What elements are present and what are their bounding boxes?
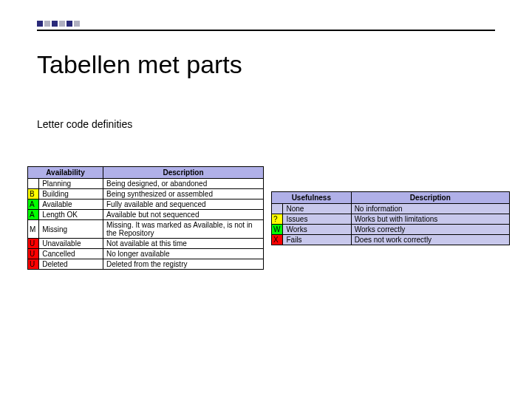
description-cell: Works correctly [351, 224, 509, 234]
availability-cell: Deleted [39, 259, 103, 270]
availability-cell: Length OK [39, 210, 103, 220]
code-cell: ? [272, 214, 283, 224]
table-row: XFailsDoes not work correctly [272, 234, 510, 245]
code-cell: W [272, 224, 283, 234]
code-cell: B [28, 189, 39, 200]
description-cell: Does not work correctly [351, 234, 509, 245]
col-header-availability: Availability [28, 167, 103, 179]
table-row: UUnavailableNot available at this time [28, 239, 264, 249]
tables-container: Availability Description PlanningBeing d… [27, 166, 510, 270]
usefulness-cell: Issues [283, 214, 351, 224]
description-cell: No information [351, 203, 509, 214]
description-cell: Being synthesized or assembled [103, 189, 263, 200]
code-cell: A [28, 200, 39, 210]
table-row: AAvailableFully available and sequenced [28, 200, 264, 210]
table-row: UCancelledNo longer available [28, 249, 264, 259]
usefulness-cell: Fails [283, 234, 351, 245]
description-cell: Works but with limitations [351, 214, 509, 224]
description-cell: Missing. It was marked as Available, is … [103, 220, 263, 239]
slide-decor-squares [37, 21, 80, 27]
description-cell: No longer available [103, 249, 263, 259]
code-cell: A [28, 210, 39, 220]
table-row: MMissingMissing. It was marked as Availa… [28, 220, 264, 239]
description-cell: Fully available and sequenced [103, 200, 263, 210]
table-row: UDeletedDeleted from the registry [28, 259, 264, 270]
code-cell: U [28, 239, 39, 249]
table-row: NoneNo information [272, 203, 510, 214]
code-cell: U [28, 259, 39, 270]
availability-cell: Building [39, 189, 103, 200]
code-cell [28, 179, 39, 189]
code-cell: M [28, 220, 39, 239]
code-cell: X [272, 234, 283, 245]
table-row: BBuildingBeing synthesized or assembled [28, 189, 264, 200]
col-header-description: Description [351, 191, 509, 203]
table-row: WWorksWorks correctly [272, 224, 510, 234]
slide-title: Tabellen met parts [37, 50, 242, 79]
code-cell [272, 203, 283, 214]
description-cell: Available but not sequenced [103, 210, 263, 220]
horizontal-rule [37, 30, 495, 31]
usefulness-cell: None [283, 203, 351, 214]
slide-subtitle: Letter code definities [37, 118, 132, 130]
col-header-usefulness: Usefulness [272, 191, 352, 203]
table-row: PlanningBeing designed, or abandoned [28, 179, 264, 189]
availability-cell: Planning [39, 179, 103, 189]
code-cell: U [28, 249, 39, 259]
col-header-description: Description [103, 167, 263, 179]
usefulness-cell: Works [283, 224, 351, 234]
availability-table: Availability Description PlanningBeing d… [27, 166, 264, 270]
availability-cell: Cancelled [39, 249, 103, 259]
availability-cell: Available [39, 200, 103, 210]
availability-cell: Unavailable [39, 239, 103, 249]
description-cell: Being designed, or abandoned [103, 179, 263, 189]
table-row: ALength OKAvailable but not sequenced [28, 210, 264, 220]
usefulness-table: Usefulness Description NoneNo informatio… [271, 191, 510, 245]
description-cell: Not available at this time [103, 239, 263, 249]
availability-cell: Missing [39, 220, 103, 239]
table-row: ?IssuesWorks but with limitations [272, 214, 510, 224]
description-cell: Deleted from the registry [103, 259, 263, 270]
